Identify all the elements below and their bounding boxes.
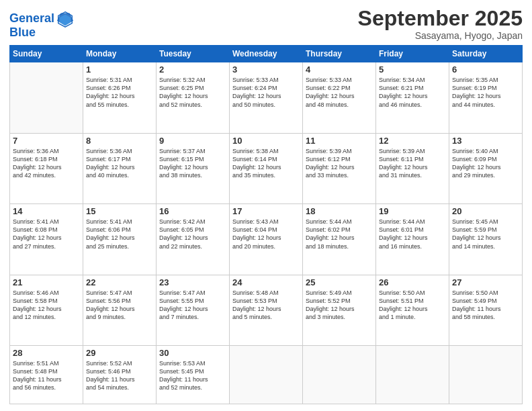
calendar-cell: 3Sunrise: 5:33 AM Sunset: 6:24 PM Daylig… — [230, 62, 303, 133]
day-number: 22 — [86, 277, 153, 287]
weekday-header-tuesday: Tuesday — [157, 46, 230, 62]
logo: General Blue — [9, 9, 75, 40]
day-number: 18 — [306, 206, 373, 216]
calendar-cell: 15Sunrise: 5:41 AM Sunset: 6:06 PM Dayli… — [83, 204, 157, 275]
day-number: 23 — [159, 277, 226, 287]
day-number: 8 — [86, 136, 153, 146]
calendar-cell: 2Sunrise: 5:32 AM Sunset: 6:25 PM Daylig… — [157, 62, 230, 133]
day-info: Sunrise: 5:35 AM Sunset: 6:19 PM Dayligh… — [452, 76, 519, 109]
calendar-cell: 1Sunrise: 5:31 AM Sunset: 6:26 PM Daylig… — [83, 62, 157, 133]
day-number: 29 — [86, 348, 153, 358]
day-info: Sunrise: 5:39 AM Sunset: 6:11 PM Dayligh… — [379, 147, 446, 180]
calendar-cell — [449, 346, 523, 404]
day-info: Sunrise: 5:48 AM Sunset: 5:53 PM Dayligh… — [232, 289, 300, 322]
day-number: 21 — [13, 277, 80, 287]
header: General Blue September 2025 Sasayama, Hy… — [9, 7, 523, 41]
calendar-cell: 20Sunrise: 5:45 AM Sunset: 5:59 PM Dayli… — [449, 204, 523, 275]
day-info: Sunrise: 5:34 AM Sunset: 6:21 PM Dayligh… — [379, 76, 446, 109]
day-number: 9 — [159, 136, 226, 146]
calendar-cell — [230, 346, 303, 404]
day-number: 30 — [159, 348, 226, 358]
day-number: 25 — [306, 277, 373, 287]
day-number: 13 — [452, 136, 519, 146]
calendar-cell: 18Sunrise: 5:44 AM Sunset: 6:02 PM Dayli… — [303, 204, 376, 275]
calendar-cell: 7Sunrise: 5:36 AM Sunset: 6:18 PM Daylig… — [10, 133, 83, 203]
day-number: 27 — [452, 277, 519, 287]
weekday-header-saturday: Saturday — [449, 46, 523, 62]
day-info: Sunrise: 5:49 AM Sunset: 5:52 PM Dayligh… — [306, 289, 373, 322]
calendar-cell: 22Sunrise: 5:47 AM Sunset: 5:56 PM Dayli… — [83, 275, 157, 345]
day-number: 4 — [306, 64, 373, 75]
day-number: 20 — [452, 206, 519, 216]
day-number: 3 — [232, 64, 300, 75]
day-number: 7 — [13, 136, 80, 146]
day-number: 12 — [379, 136, 446, 146]
calendar-cell: 24Sunrise: 5:48 AM Sunset: 5:53 PM Dayli… — [230, 275, 303, 345]
month-title: September 2025 — [358, 7, 523, 30]
weekday-header-wednesday: Wednesday — [230, 46, 303, 62]
day-info: Sunrise: 5:41 AM Sunset: 6:08 PM Dayligh… — [13, 218, 80, 250]
day-info: Sunrise: 5:46 AM Sunset: 5:58 PM Dayligh… — [13, 289, 80, 322]
day-info: Sunrise: 5:44 AM Sunset: 6:02 PM Dayligh… — [306, 218, 373, 250]
weekday-header-thursday: Thursday — [303, 46, 376, 62]
calendar-cell: 25Sunrise: 5:49 AM Sunset: 5:52 PM Dayli… — [303, 275, 376, 345]
calendar-cell: 16Sunrise: 5:42 AM Sunset: 6:05 PM Dayli… — [157, 204, 230, 275]
calendar-cell — [10, 62, 83, 133]
day-number: 6 — [452, 64, 519, 75]
calendar-cell: 5Sunrise: 5:34 AM Sunset: 6:21 PM Daylig… — [376, 62, 449, 133]
calendar-cell: 21Sunrise: 5:46 AM Sunset: 5:58 PM Dayli… — [10, 275, 83, 345]
calendar-cell — [303, 346, 376, 404]
day-info: Sunrise: 5:50 AM Sunset: 5:49 PM Dayligh… — [452, 289, 519, 322]
day-number: 24 — [232, 277, 300, 287]
calendar-cell: 14Sunrise: 5:41 AM Sunset: 6:08 PM Dayli… — [10, 204, 83, 275]
day-info: Sunrise: 5:36 AM Sunset: 6:18 PM Dayligh… — [13, 147, 80, 180]
day-info: Sunrise: 5:33 AM Sunset: 6:22 PM Dayligh… — [306, 76, 373, 109]
calendar-cell: 17Sunrise: 5:43 AM Sunset: 6:04 PM Dayli… — [230, 204, 303, 275]
calendar-cell: 12Sunrise: 5:39 AM Sunset: 6:11 PM Dayli… — [376, 133, 449, 203]
calendar-cell: 27Sunrise: 5:50 AM Sunset: 5:49 PM Dayli… — [449, 275, 523, 345]
title-area: September 2025 Sasayama, Hyogo, Japan — [358, 7, 523, 41]
calendar-table: SundayMondayTuesdayWednesdayThursdayFrid… — [9, 45, 523, 404]
calendar-cell: 4Sunrise: 5:33 AM Sunset: 6:22 PM Daylig… — [303, 62, 376, 133]
page: General Blue September 2025 Sasayama, Hy… — [0, 0, 532, 411]
calendar-cell: 26Sunrise: 5:50 AM Sunset: 5:51 PM Dayli… — [376, 275, 449, 345]
day-info: Sunrise: 5:37 AM Sunset: 6:15 PM Dayligh… — [159, 147, 226, 180]
day-number: 19 — [379, 206, 446, 216]
logo-general: General — [9, 11, 54, 25]
day-info: Sunrise: 5:41 AM Sunset: 6:06 PM Dayligh… — [86, 218, 153, 250]
day-number: 10 — [232, 136, 300, 146]
day-info: Sunrise: 5:47 AM Sunset: 5:55 PM Dayligh… — [159, 289, 226, 322]
day-number: 15 — [86, 206, 153, 216]
calendar-cell: 8Sunrise: 5:36 AM Sunset: 6:17 PM Daylig… — [83, 133, 157, 203]
calendar-cell: 13Sunrise: 5:40 AM Sunset: 6:09 PM Dayli… — [449, 133, 523, 203]
day-info: Sunrise: 5:51 AM Sunset: 5:48 PM Dayligh… — [13, 359, 80, 392]
day-info: Sunrise: 5:52 AM Sunset: 5:46 PM Dayligh… — [86, 359, 153, 392]
day-info: Sunrise: 5:47 AM Sunset: 5:56 PM Dayligh… — [86, 289, 153, 322]
weekday-header-friday: Friday — [376, 46, 449, 62]
calendar-cell: 6Sunrise: 5:35 AM Sunset: 6:19 PM Daylig… — [449, 62, 523, 133]
calendar-cell: 11Sunrise: 5:39 AM Sunset: 6:12 PM Dayli… — [303, 133, 376, 203]
calendar-cell: 30Sunrise: 5:53 AM Sunset: 5:45 PM Dayli… — [157, 346, 230, 404]
day-number: 11 — [306, 136, 373, 146]
logo-icon — [56, 9, 75, 28]
day-number: 1 — [86, 64, 153, 75]
calendar-cell: 10Sunrise: 5:38 AM Sunset: 6:14 PM Dayli… — [230, 133, 303, 203]
day-info: Sunrise: 5:53 AM Sunset: 5:45 PM Dayligh… — [159, 359, 226, 392]
day-number: 16 — [159, 206, 226, 216]
day-info: Sunrise: 5:36 AM Sunset: 6:17 PM Dayligh… — [86, 147, 153, 180]
day-number: 14 — [13, 206, 80, 216]
day-info: Sunrise: 5:43 AM Sunset: 6:04 PM Dayligh… — [232, 218, 300, 250]
day-info: Sunrise: 5:42 AM Sunset: 6:05 PM Dayligh… — [159, 218, 226, 250]
day-info: Sunrise: 5:39 AM Sunset: 6:12 PM Dayligh… — [306, 147, 373, 180]
day-info: Sunrise: 5:33 AM Sunset: 6:24 PM Dayligh… — [232, 76, 300, 109]
day-number: 2 — [159, 64, 226, 75]
day-number: 17 — [232, 206, 300, 216]
calendar-cell: 29Sunrise: 5:52 AM Sunset: 5:46 PM Dayli… — [83, 346, 157, 404]
day-number: 28 — [13, 348, 80, 358]
weekday-header-sunday: Sunday — [10, 46, 83, 62]
day-info: Sunrise: 5:32 AM Sunset: 6:25 PM Dayligh… — [159, 76, 226, 109]
location: Sasayama, Hyogo, Japan — [358, 30, 523, 41]
calendar-cell: 23Sunrise: 5:47 AM Sunset: 5:55 PM Dayli… — [157, 275, 230, 345]
calendar-cell: 9Sunrise: 5:37 AM Sunset: 6:15 PM Daylig… — [157, 133, 230, 203]
day-number: 5 — [379, 64, 446, 75]
